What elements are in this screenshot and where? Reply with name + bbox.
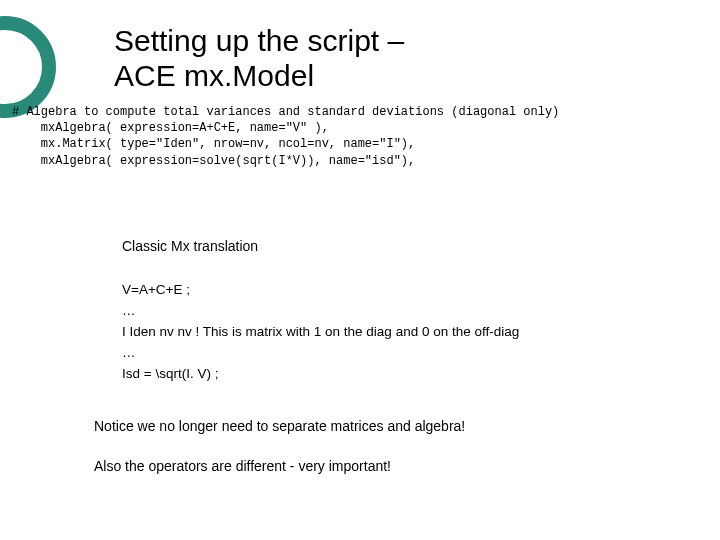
- classic-line-5: Isd = \sqrt(I. V) ;: [122, 364, 519, 385]
- slide: Setting up the script – ACE mx.Model # A…: [0, 0, 720, 540]
- classic-line-1: V=A+C+E ;: [122, 280, 519, 301]
- classic-line-4: …: [122, 343, 519, 364]
- classic-heading: Classic Mx translation: [122, 238, 258, 254]
- code-line-3: mxAlgebra( expression=solve(sqrt(I*V)), …: [12, 154, 415, 168]
- slide-title: Setting up the script – ACE mx.Model: [114, 24, 404, 93]
- classic-line-3: I Iden nv nv ! This is matrix with 1 on …: [122, 322, 519, 343]
- note-2: Also the operators are different - very …: [94, 458, 391, 474]
- classic-lines: V=A+C+E ; … I Iden nv nv ! This is matri…: [122, 280, 519, 385]
- code-line-2: mx.Matrix( type="Iden", nrow=nv, ncol=nv…: [12, 137, 415, 151]
- code-line-1: mxAlgebra( expression=A+C+E, name="V" ),: [12, 121, 329, 135]
- title-line-2: ACE mx.Model: [114, 59, 314, 92]
- code-comment: # Algebra to compute total variances and…: [12, 105, 559, 119]
- note-1: Notice we no longer need to separate mat…: [94, 418, 465, 434]
- classic-line-2: …: [122, 301, 519, 322]
- svg-point-0: [0, 23, 49, 111]
- title-line-1: Setting up the script –: [114, 24, 404, 57]
- code-block: # Algebra to compute total variances and…: [12, 104, 559, 169]
